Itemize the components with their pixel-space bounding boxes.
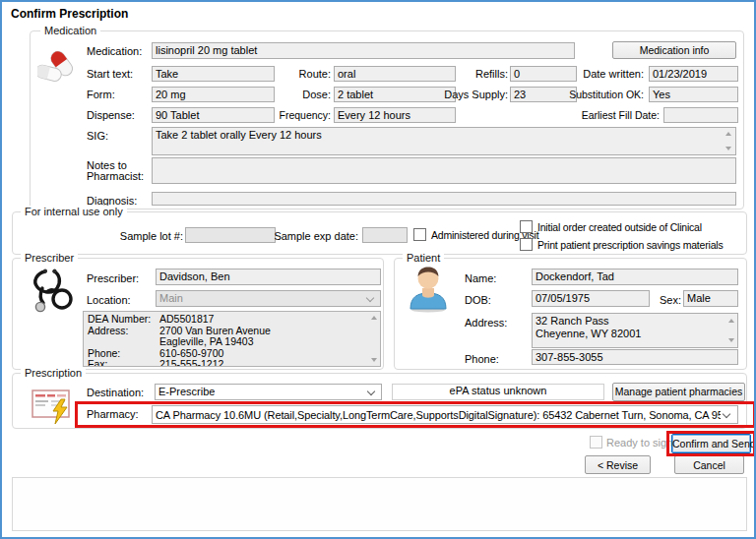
- ready-to-sign-label: Ready to sign: [606, 437, 672, 449]
- substitution-ok-field[interactable]: Yes: [649, 87, 738, 102]
- dea-number-label: DEA Number:: [88, 314, 159, 326]
- patient-sex-field[interactable]: Male: [683, 290, 738, 307]
- route-field[interactable]: oral: [334, 66, 456, 82]
- date-written-label: Date written:: [553, 68, 644, 81]
- medication-info-button[interactable]: Medication info: [612, 41, 736, 59]
- location-label: Location:: [87, 294, 131, 307]
- sig-label: SIG:: [87, 130, 108, 143]
- frequency-label: Frequency:: [270, 109, 331, 122]
- destination-chevron-down-icon[interactable]: [367, 388, 375, 395]
- patient-name-field[interactable]: Dockendorf, Tad: [532, 269, 738, 285]
- location-value: Main: [159, 292, 183, 305]
- patient-sex-label: Sex:: [660, 294, 681, 307]
- destination-value: E-Prescribe: [158, 386, 215, 398]
- dose-label: Dose:: [272, 89, 331, 101]
- sig-scroll-up-icon[interactable]: [725, 132, 731, 136]
- date-written-field[interactable]: 01/23/2019: [649, 66, 738, 82]
- pharmacy-label: Pharmacy:: [87, 408, 139, 421]
- internal-use-group-label: For internal use only: [21, 206, 127, 218]
- destination-combobox[interactable]: E-Prescribe: [155, 384, 382, 400]
- earliest-fill-date-field[interactable]: [663, 107, 738, 123]
- confirm-prescription-dialog: Confirm Prescription Medication Medicati…: [0, 0, 756, 539]
- patient-address-scroll-down-icon[interactable]: [728, 338, 734, 342]
- medication-label: Medication:: [87, 45, 142, 58]
- sample-lot-label: Sample lot #:: [110, 230, 183, 243]
- prescriber-label: Prescriber:: [87, 272, 139, 285]
- medication-group-label: Medication: [40, 25, 100, 37]
- stethoscope-icon: [30, 268, 79, 317]
- location-chevron-down-icon[interactable]: [366, 294, 374, 302]
- diagnosis-field[interactable]: [152, 192, 736, 206]
- pharmacy-chevron-down-icon[interactable]: [723, 410, 730, 418]
- prescriber-fax-label: Fax:: [88, 359, 159, 367]
- initial-order-checkbox[interactable]: [520, 220, 533, 233]
- sig-field[interactable]: Take 2 tablet orally Every 12 hours: [152, 127, 736, 155]
- frequency-field[interactable]: Every 12 hours: [334, 107, 456, 123]
- initial-order-label: Initial order created outside of Clinica…: [537, 221, 702, 234]
- dea-number-value: AD5501817: [159, 314, 214, 326]
- route-label: Route:: [272, 68, 331, 81]
- notes-to-pharmacist-field[interactable]: [152, 157, 736, 184]
- substitution-ok-label: Substitution OK:: [553, 89, 644, 101]
- confirm-and-send-button[interactable]: Confirm and Send: [671, 434, 751, 453]
- pharmacy-combobox[interactable]: CA Pharmacy 10.6MU (Retail,Specialty,Lon…: [152, 405, 738, 424]
- patient-phone-field[interactable]: 307-855-3055: [532, 349, 738, 365]
- manage-patient-pharmacies-button[interactable]: Manage patient pharmacies: [612, 383, 745, 401]
- print-savings-materials-label: Print patient prescription savings mater…: [537, 239, 723, 252]
- administered-during-visit-checkbox[interactable]: [413, 228, 426, 241]
- days-supply-label: Days Supply:: [425, 89, 508, 101]
- epa-status-label: ePA status unknown: [392, 384, 604, 400]
- refills-label: Refills:: [445, 68, 508, 81]
- dispense-field[interactable]: 90 Tablet: [152, 107, 275, 123]
- sample-exp-date-label: Sample exp date:: [268, 230, 358, 243]
- start-text-label: Start text:: [87, 68, 133, 81]
- location-combobox[interactable]: Main: [156, 290, 381, 307]
- prescriber-address-line2: Eagleville, PA 19403: [159, 336, 254, 348]
- sig-text: Take 2 tablet orally Every 12 hours: [156, 129, 322, 141]
- bottom-empty-panel: [12, 477, 747, 531]
- prescriber-details-box[interactable]: DEA Number:AD5501817 Address:2700 Van Bu…: [83, 311, 381, 367]
- dispense-label: Dispense:: [87, 109, 135, 122]
- prescriber-fax-value: 215-555-1212: [159, 359, 223, 367]
- revise-button[interactable]: < Revise: [585, 455, 651, 474]
- patient-phone-label: Phone:: [465, 353, 499, 366]
- patient-dob-label: DOB:: [465, 294, 491, 307]
- patient-address-line2: Cheyenne, WY 82001: [536, 328, 734, 340]
- patient-address-line1: 32 Ranch Pass: [536, 315, 734, 328]
- prescriber-details-scroll-up-icon[interactable]: [371, 316, 377, 320]
- eprescribe-icon: [32, 386, 75, 429]
- sample-lot-field[interactable]: [185, 227, 276, 243]
- prescriber-group-label: Prescriber: [21, 252, 78, 265]
- cancel-button[interactable]: Cancel: [674, 455, 744, 474]
- destination-label: Destination:: [87, 387, 144, 399]
- patient-address-scroll-up-icon[interactable]: [728, 319, 734, 323]
- patient-name-label: Name:: [465, 272, 496, 285]
- start-text-field[interactable]: Take: [152, 66, 275, 82]
- prescriber-details-scroll-down-icon[interactable]: [371, 358, 377, 362]
- patient-avatar-icon: [406, 264, 451, 317]
- patient-dob-field[interactable]: 07/05/1975: [532, 290, 650, 307]
- ready-to-sign-checkbox[interactable]: [590, 436, 602, 449]
- medication-field[interactable]: lisinopril 20 mg tablet: [152, 42, 575, 59]
- prescriber-address-label: Address:: [88, 326, 159, 337]
- pharmacy-value: CA Pharmacy 10.6MU (Retail,Specialty,Lon…: [156, 409, 721, 422]
- patient-address-label: Address:: [465, 317, 507, 329]
- earliest-fill-date-label: Earliest Fill Date:: [553, 109, 660, 122]
- sig-scroll-down-icon[interactable]: [725, 147, 731, 150]
- print-savings-materials-checkbox[interactable]: [520, 238, 533, 251]
- prescriber-field[interactable]: Davidson, Ben: [156, 269, 381, 285]
- pill-icon: [37, 51, 77, 87]
- prescription-group-label: Prescription: [21, 367, 86, 380]
- sample-exp-date-field[interactable]: [362, 227, 408, 243]
- dialog-title: Confirm Prescription: [11, 7, 128, 21]
- form-field[interactable]: 20 mg: [152, 87, 275, 102]
- notes-label-line2: Pharmacist:: [87, 170, 144, 183]
- form-label: Form:: [87, 89, 115, 101]
- patient-address-field[interactable]: 32 Ranch Pass Cheyenne, WY 82001: [532, 313, 738, 348]
